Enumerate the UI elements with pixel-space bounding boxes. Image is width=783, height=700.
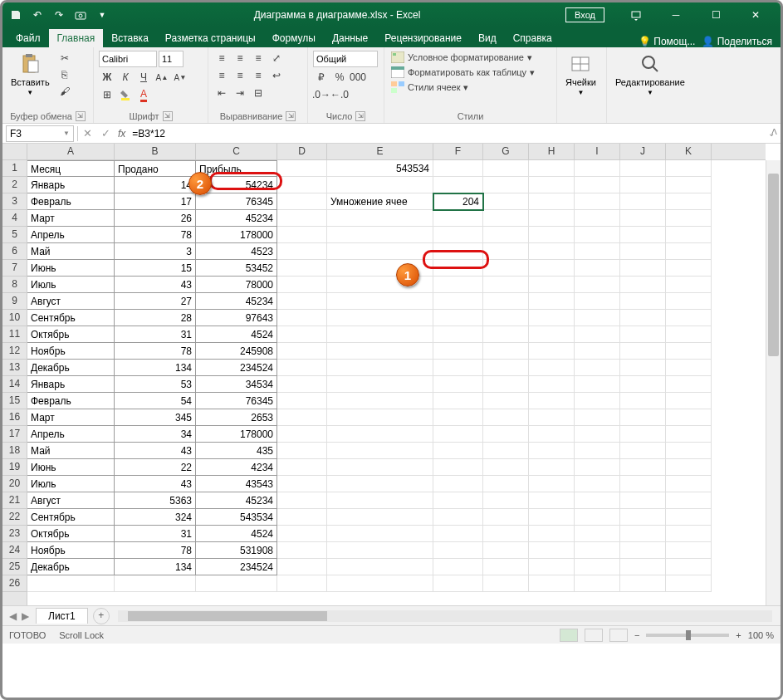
cell-D25[interactable]: [277, 559, 327, 575]
cell-D13[interactable]: [277, 360, 327, 376]
cell-G2[interactable]: [483, 177, 529, 193]
cell-C4[interactable]: 45234: [196, 210, 277, 227]
font-name-combo[interactable]: [99, 51, 157, 67]
cell-J10[interactable]: [620, 310, 666, 326]
cell-H3[interactable]: [529, 193, 575, 210]
cell-C13[interactable]: 234524: [196, 360, 277, 376]
cell-H8[interactable]: [529, 277, 575, 293]
cell-E16[interactable]: [327, 409, 433, 426]
cell-E4[interactable]: [327, 210, 433, 227]
cell-I17[interactable]: [575, 426, 620, 443]
cell-K20[interactable]: [666, 476, 712, 492]
cell-B3[interactable]: 17: [115, 193, 196, 210]
cell-B24[interactable]: 78: [115, 542, 196, 559]
cell-F22[interactable]: [433, 509, 483, 526]
conditional-formatting-button[interactable]: Условное форматирование ▾: [389, 51, 534, 64]
cell-H2[interactable]: [529, 177, 575, 193]
cell-J3[interactable]: [620, 193, 666, 210]
cell-J8[interactable]: [620, 277, 666, 293]
cell-D23[interactable]: [277, 526, 327, 542]
redo-icon[interactable]: ↷: [52, 8, 66, 22]
cell-I7[interactable]: [575, 260, 620, 277]
zoom-out-button[interactable]: −: [634, 630, 639, 640]
cell-G23[interactable]: [483, 526, 529, 542]
horizontal-scrollbar[interactable]: [118, 610, 772, 622]
cell-B10[interactable]: 28: [115, 310, 196, 326]
cell-C16[interactable]: 2653: [196, 409, 277, 426]
col-header-A[interactable]: A: [27, 144, 115, 159]
cell-A16[interactable]: Март: [27, 409, 115, 426]
cell-F15[interactable]: [433, 393, 483, 409]
cell-K10[interactable]: [666, 310, 712, 326]
cell-B6[interactable]: 3: [115, 243, 196, 260]
row-header-1[interactable]: 1: [2, 160, 27, 177]
paste-button[interactable]: Вставить ▼: [7, 51, 53, 98]
cell-G20[interactable]: [483, 476, 529, 492]
cell-D10[interactable]: [277, 310, 327, 326]
cell-A5[interactable]: Апрель: [27, 227, 115, 243]
cell-I1[interactable]: [575, 160, 620, 177]
cell-E3[interactable]: Умножение ячее: [327, 193, 433, 210]
collapse-ribbon-icon[interactable]: ᐱ: [771, 127, 777, 136]
ribbon-options-icon[interactable]: [618, 3, 654, 27]
cell-C18[interactable]: 435: [196, 443, 277, 459]
cell-D24[interactable]: [277, 542, 327, 559]
cell-E18[interactable]: [327, 443, 433, 459]
cell-G1[interactable]: [483, 160, 529, 177]
cell-G25[interactable]: [483, 559, 529, 575]
cell-I10[interactable]: [575, 310, 620, 326]
cell-C20[interactable]: 43543: [196, 476, 277, 492]
cell-J17[interactable]: [620, 426, 666, 443]
cell-E22[interactable]: [327, 509, 433, 526]
cell-F8[interactable]: [433, 277, 483, 293]
cell-K16[interactable]: [666, 409, 712, 426]
worksheet-grid[interactable]: ABCDEFGHIJK 1234567891011121314151617181…: [2, 144, 781, 605]
font-launcher[interactable]: ⇲: [163, 111, 173, 121]
cell-K6[interactable]: [666, 243, 712, 260]
tab-help[interactable]: Справка: [505, 29, 560, 47]
cell-E9[interactable]: [327, 293, 433, 310]
row-header-3[interactable]: 3: [2, 193, 27, 210]
cell-G19[interactable]: [483, 459, 529, 476]
cell-K9[interactable]: [666, 293, 712, 310]
cell-K11[interactable]: [666, 326, 712, 343]
cell-B23[interactable]: 31: [115, 526, 196, 542]
cell-G6[interactable]: [483, 243, 529, 260]
tab-file[interactable]: Файл: [7, 29, 49, 47]
cell-A21[interactable]: Август: [27, 492, 115, 509]
row-header-4[interactable]: 4: [2, 210, 27, 227]
cell-G18[interactable]: [483, 443, 529, 459]
cell-A6[interactable]: Май: [27, 243, 115, 260]
cell-G15[interactable]: [483, 393, 529, 409]
comma-button[interactable]: 000: [350, 70, 366, 85]
cell-B14[interactable]: 53: [115, 376, 196, 393]
cell-I8[interactable]: [575, 277, 620, 293]
cell-J26[interactable]: [620, 575, 666, 592]
cell-F14[interactable]: [433, 376, 483, 393]
cell-A19[interactable]: Июнь: [27, 459, 115, 476]
cell-D11[interactable]: [277, 326, 327, 343]
col-header-J[interactable]: J: [620, 144, 666, 159]
cell-D5[interactable]: [277, 227, 327, 243]
font-color-button[interactable]: А: [135, 87, 152, 102]
cell-E10[interactable]: [327, 310, 433, 326]
tab-insert[interactable]: Вставка: [103, 29, 157, 47]
cell-F19[interactable]: [433, 459, 483, 476]
cell-G8[interactable]: [483, 277, 529, 293]
row-header-18[interactable]: 18: [2, 443, 27, 459]
cell-C15[interactable]: 76345: [196, 393, 277, 409]
cell-G4[interactable]: [483, 210, 529, 227]
cell-B12[interactable]: 78: [115, 343, 196, 360]
cell-B26[interactable]: [115, 575, 196, 592]
cell-F20[interactable]: [433, 476, 483, 492]
cell-G24[interactable]: [483, 542, 529, 559]
cell-F12[interactable]: [433, 343, 483, 360]
cell-G21[interactable]: [483, 492, 529, 509]
cell-F26[interactable]: [433, 575, 483, 592]
format-as-table-button[interactable]: Форматировать как таблицу ▾: [389, 66, 536, 79]
cell-A3[interactable]: Февраль: [27, 193, 115, 210]
cell-C26[interactable]: [196, 575, 277, 592]
cell-E12[interactable]: [327, 343, 433, 360]
row-header-19[interactable]: 19: [2, 459, 27, 476]
cell-E5[interactable]: [327, 227, 433, 243]
